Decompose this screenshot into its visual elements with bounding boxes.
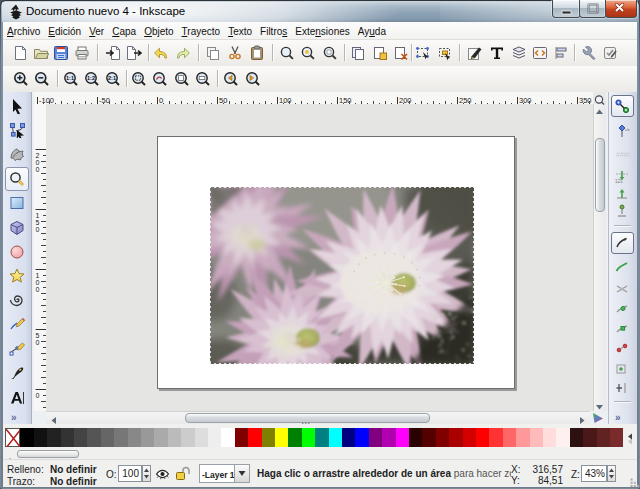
svg-text:0: 0 bbox=[36, 166, 40, 173]
svg-text:5: 5 bbox=[36, 332, 40, 339]
svg-text:abc: abc bbox=[625, 127, 630, 132]
svg-text:123: 123 bbox=[615, 179, 623, 184]
svg-text:####: #### bbox=[616, 151, 630, 158]
svg-text:1: 1 bbox=[36, 212, 40, 219]
svg-text:0: 0 bbox=[36, 159, 40, 166]
svg-text:1: 1 bbox=[36, 272, 40, 279]
svg-text:0: 0 bbox=[36, 392, 40, 399]
svg-text:0: 0 bbox=[36, 286, 40, 293]
svg-text:0: 0 bbox=[36, 226, 40, 233]
svg-text:2:1: 2:1 bbox=[108, 75, 116, 81]
svg-text:1:2: 1:2 bbox=[87, 75, 95, 81]
svg-text:5: 5 bbox=[36, 219, 40, 226]
svg-text:1:1: 1:1 bbox=[66, 75, 74, 81]
svg-text:2: 2 bbox=[36, 152, 40, 159]
svg-text:0: 0 bbox=[36, 279, 40, 286]
svg-text:0: 0 bbox=[36, 339, 40, 346]
